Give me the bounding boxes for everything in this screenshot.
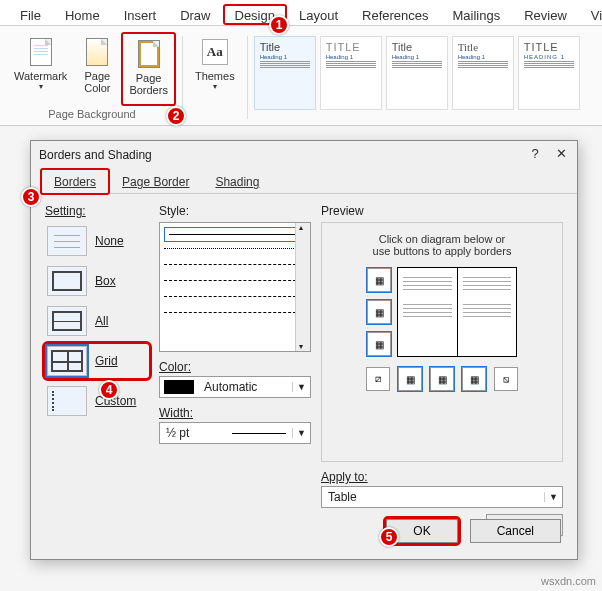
page-color-icon (86, 38, 108, 66)
tab-layout[interactable]: Layout (287, 4, 350, 25)
border-mid-h-toggle[interactable]: ▦ (367, 300, 391, 324)
setting-none[interactable]: None (45, 224, 149, 258)
border-diag1-toggle[interactable]: ⧄ (366, 367, 390, 391)
border-mid-v-toggle[interactable]: ▦ (430, 367, 454, 391)
ok-button[interactable]: OK (386, 519, 457, 543)
themes-button[interactable]: Aa Themes ▾ (189, 32, 241, 106)
tab-review[interactable]: Review (512, 4, 579, 25)
apply-to-label: Apply to: (321, 470, 563, 484)
preview-box: Click on diagram below or use buttons to… (321, 222, 563, 462)
watermark-button[interactable]: Watermark ▾ (8, 32, 73, 106)
box-icon (47, 266, 87, 296)
setting-column: Setting: None Box All Grid Custo (45, 204, 149, 506)
color-swatch (164, 380, 194, 394)
setting-box[interactable]: Box (45, 264, 149, 298)
tab-borders[interactable]: Borders (41, 169, 109, 194)
style-column: Style: Color: Automatic ▼ Width: ½ pt ▼ (159, 204, 311, 506)
dialog-titlebar: Borders and Shading ? ✕ (31, 141, 577, 169)
setting-grid[interactable]: Grid (45, 344, 149, 378)
tab-insert[interactable]: Insert (112, 4, 169, 25)
tab-home[interactable]: Home (53, 4, 112, 25)
border-bottom-toggle[interactable]: ▦ (367, 332, 391, 356)
style-header: Style: (159, 204, 311, 218)
preview-header: Preview (321, 204, 563, 218)
border-right-toggle[interactable]: ▦ (462, 367, 486, 391)
dialog-title: Borders and Shading (39, 148, 152, 162)
width-label: Width: (159, 406, 311, 420)
chevron-down-icon: ▼ (292, 428, 310, 438)
page-color-button[interactable]: Page Color (73, 32, 121, 106)
tab-file[interactable]: File (8, 4, 53, 25)
document-style-gallery[interactable]: Title Heading 1 TITLE Heading 1 Title He… (250, 32, 580, 123)
help-button[interactable]: ? (527, 147, 543, 163)
setting-custom[interactable]: Custom (45, 384, 149, 418)
tab-mailings[interactable]: Mailings (441, 4, 513, 25)
borders-shading-dialog: Borders and Shading ? ✕ Borders Page Bor… (30, 140, 578, 560)
tab-draw[interactable]: Draw (168, 4, 222, 25)
tab-references[interactable]: References (350, 4, 440, 25)
tab-design[interactable]: Design (223, 4, 287, 25)
doc-style-2[interactable]: TITLE Heading 1 (320, 36, 382, 110)
chevron-down-icon: ▼ (292, 382, 310, 392)
ribbon-body: Watermark ▾ Page Color Page Borders Page… (0, 26, 602, 126)
tab-view[interactable]: View (579, 4, 602, 25)
grid-icon (47, 346, 87, 376)
setting-all[interactable]: All (45, 304, 149, 338)
group-page-background: Watermark ▾ Page Color Page Borders Page… (4, 32, 180, 123)
themes-icon: Aa (202, 39, 228, 65)
border-left-toggle[interactable]: ▦ (398, 367, 422, 391)
doc-style-3[interactable]: Title Heading 1 (386, 36, 448, 110)
cancel-button[interactable]: Cancel (470, 519, 561, 543)
preview-hint: Click on diagram below or use buttons to… (330, 233, 554, 257)
doc-style-4[interactable]: Title Heading 1 (452, 36, 514, 110)
dialog-tabs: Borders Page Border Shading (31, 169, 577, 194)
style-scrollbar[interactable] (295, 223, 310, 351)
group-themes: Aa Themes ▾ (185, 32, 245, 123)
all-icon (47, 306, 87, 336)
color-dropdown[interactable]: Automatic ▼ (159, 376, 311, 398)
watermark-icon (30, 38, 52, 66)
setting-header: Setting: (45, 204, 149, 218)
apply-to-dropdown[interactable]: Table ▼ (321, 486, 563, 508)
tab-shading[interactable]: Shading (202, 169, 272, 193)
tab-page-border[interactable]: Page Border (109, 169, 202, 193)
close-button[interactable]: ✕ (553, 147, 569, 163)
chevron-down-icon: ▼ (544, 492, 562, 502)
doc-style-5[interactable]: TITLE HEADING 1 (518, 36, 580, 110)
group-label: Page Background (48, 106, 135, 120)
page-borders-button[interactable]: Page Borders (121, 32, 176, 106)
none-icon (47, 226, 87, 256)
border-diag2-toggle[interactable]: ⧅ (494, 367, 518, 391)
ribbon-tabs: File Home Insert Draw Design Layout Refe… (0, 0, 602, 26)
page-borders-icon (138, 40, 160, 68)
width-dropdown[interactable]: ½ pt ▼ (159, 422, 311, 444)
doc-style-1[interactable]: Title Heading 1 (254, 36, 316, 110)
color-label: Color: (159, 360, 311, 374)
border-top-toggle[interactable]: ▦ (367, 268, 391, 292)
preview-column: Preview Click on diagram below or use bu… (321, 204, 563, 506)
custom-icon (47, 386, 87, 416)
preview-diagram[interactable] (397, 267, 517, 357)
style-listbox[interactable] (159, 222, 311, 352)
watermark-text: wsxdn.com (541, 575, 596, 587)
